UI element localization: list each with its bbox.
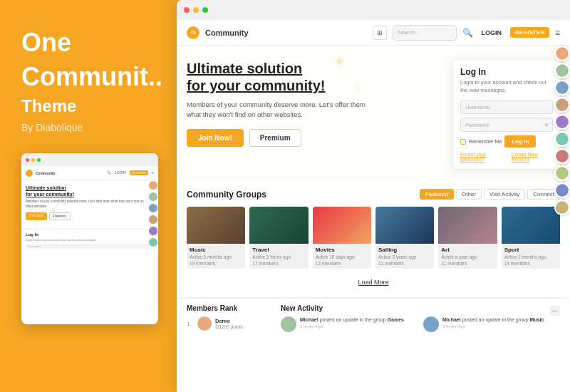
brand-title-line2: Communit.. <box>21 63 155 91</box>
login-box-description: Login to your account and check out the … <box>460 79 553 94</box>
group-meta-art: Active a year ago11 members <box>441 254 494 267</box>
activity-item-2: Michael posted an update in the group Mu… <box>423 316 560 332</box>
group-img-travel <box>249 207 308 244</box>
hero-join-btn[interactable]: Join Now! <box>187 129 244 147</box>
left-panel: One Communit.. Theme By Diabolique Commu… <box>0 0 177 392</box>
rank-number-1: 1. <box>187 321 194 327</box>
groups-section-title: Community Groups <box>187 190 266 200</box>
browser-dot-red[interactable] <box>184 7 190 13</box>
avatar-strip-4 <box>554 97 570 113</box>
bottom-section: Members Rank 1. Demo 1/1200 points New A… <box>177 298 570 334</box>
login-links: Forgot your password? Create New Account <box>460 152 553 162</box>
rank-item-1: 1. Demo 1/1200 points <box>187 316 272 331</box>
collapse-activity-btn[interactable]: — <box>550 306 560 316</box>
brand-title-line1: One <box>21 29 155 57</box>
preview-dot-red <box>26 158 29 162</box>
browser-dot-green[interactable] <box>202 7 208 13</box>
group-name-music: Music <box>190 247 242 253</box>
activity-content-1: Michael posted an update in the group Ga… <box>300 316 404 332</box>
activity-item-1: Michael posted an update in the group Ga… <box>281 316 418 332</box>
load-more-row: Load More <box>187 269 560 292</box>
nav-login-btn[interactable]: LOGIN <box>479 29 505 36</box>
site-logo: O <box>187 26 200 39</box>
group-meta-music: Active 5 months ago19 members <box>190 254 242 267</box>
members-rank-section: Members Rank 1. Demo 1/1200 points <box>187 304 272 334</box>
group-img-movies <box>313 207 371 244</box>
group-card-movies[interactable]: Movies Active 10 days ago13 members <box>313 207 371 269</box>
main-panel: O Community ⊞ Search... 🔍 LOGIN REGISTER… <box>177 0 570 392</box>
create-account-link[interactable]: Create New Account <box>512 152 553 162</box>
preview-brand: Community <box>36 171 56 175</box>
group-info-sailing: Sailing Active 3 years ago11 members <box>375 244 434 269</box>
hero-description: Members of your community deserve more. … <box>187 100 372 120</box>
group-info-art: Art Active a year ago11 members <box>438 244 497 269</box>
preview-nav-icons: 🔍 LOGIN REGISTER ≡ <box>107 170 154 175</box>
site-nav: O Community ⊞ Search... 🔍 LOGIN REGISTER… <box>177 20 570 46</box>
password-input[interactable]: Password 👁 <box>460 118 553 132</box>
activity-text-2: Michael posted an update in the group Mu… <box>442 316 544 324</box>
preview-join-btn[interactable]: Join Now! <box>26 212 47 220</box>
remember-checkbox[interactable]: ✓ <box>460 139 466 145</box>
activity-grid: Michael posted an update in the group Ga… <box>281 316 560 332</box>
preview-desc: Members of your community deserve more. … <box>26 200 144 209</box>
avatar-strip <box>554 46 570 215</box>
group-info-sport: Sport Active 2 months ago14 members <box>502 244 560 269</box>
login-submit-btn[interactable]: Log In <box>504 135 536 148</box>
new-activity-header: New Activity — <box>281 304 560 316</box>
preview-headline: Ultimate solutionfor your community! <box>26 185 144 197</box>
hero-premium-btn[interactable]: Premium <box>249 129 301 147</box>
remember-label: Remember Me <box>469 139 502 144</box>
group-card-travel[interactable]: Travel Active 2 hours ago17 members <box>249 207 308 269</box>
forgot-password-link[interactable]: Forgot your password? <box>460 152 507 162</box>
filter-featured[interactable]: Featured <box>420 189 454 200</box>
preview-avatar-4 <box>148 215 158 225</box>
search-bar: Search... <box>393 25 457 41</box>
avatar-strip-8 <box>554 165 570 181</box>
activity-text-1: Michael posted an update in the group Ga… <box>300 316 404 324</box>
username-input[interactable]: Username <box>460 100 553 114</box>
avatar-strip-2 <box>554 63 570 78</box>
login-remember-row: ✓ Remember Me Log In <box>460 135 553 148</box>
filter-other[interactable]: Other <box>456 189 482 200</box>
nav-grid-icon[interactable]: ⊞ <box>373 26 387 40</box>
preview-avatar-3 <box>148 203 158 213</box>
group-card-art[interactable]: Art Active a year ago11 members <box>438 207 497 269</box>
activity-time-1: 2 hours Ago <box>300 324 404 329</box>
group-card-sailing[interactable]: Sailing Active 3 years ago11 members <box>375 207 434 269</box>
hero-section: ✦ ○ Ultimate solution for your community… <box>177 46 570 180</box>
site-brand-name: Community <box>205 29 249 37</box>
group-card-sport[interactable]: Sport Active 2 months ago14 members <box>502 207 560 269</box>
group-card-music[interactable]: Music Active 5 months ago19 members <box>187 207 245 269</box>
preview-avatar-2 <box>148 192 158 202</box>
preview-avatar-strip <box>148 180 158 247</box>
activity-avatar-1 <box>281 316 296 332</box>
preview-logo <box>26 170 33 177</box>
browser-dot-yellow[interactable] <box>193 7 199 13</box>
search-icon[interactable]: 🔍 <box>462 28 473 38</box>
filter-visit-activity[interactable]: Visit Activity <box>484 189 525 200</box>
load-more-btn[interactable]: Load More <box>358 279 388 286</box>
groups-filters: Featured Other Visit Activity Connect <box>420 189 560 200</box>
groups-section-header: Community Groups Featured Other Visit Ac… <box>187 189 560 200</box>
rank-info-1: Demo 1/1200 points <box>215 318 243 329</box>
preview-avatar-1 <box>148 180 158 190</box>
preview-avatar-5 <box>148 226 158 236</box>
groups-section: Community Groups Featured Other Visit Ac… <box>177 180 570 297</box>
group-name-sailing: Sailing <box>378 247 431 253</box>
groups-grid: Music Active 5 months ago19 members Trav… <box>187 207 560 269</box>
preview-deco: ✦ <box>50 205 57 215</box>
group-info-music: Music Active 5 months ago19 members <box>187 244 245 269</box>
new-activity-title: New Activity <box>281 304 323 312</box>
avatar-strip-5 <box>554 114 570 130</box>
hero-left: Ultimate solution for your community! Me… <box>187 60 446 169</box>
preview-username-input[interactable]: Username <box>26 244 154 249</box>
activity-content-2: Michael posted an update in the group Mu… <box>442 316 544 332</box>
group-meta-travel: Active 2 hours ago17 members <box>252 254 305 267</box>
password-toggle-icon[interactable]: 👁 <box>544 123 549 128</box>
nav-hamburger-icon[interactable]: ≡ <box>555 28 560 38</box>
group-name-travel: Travel <box>252 247 305 253</box>
avatar-strip-10 <box>554 200 570 215</box>
hero-title-line1: Ultimate solution <box>187 61 302 76</box>
nav-register-btn[interactable]: REGISTER <box>510 27 549 38</box>
preview-nav: Community 🔍 LOGIN REGISTER ≡ <box>21 166 158 180</box>
